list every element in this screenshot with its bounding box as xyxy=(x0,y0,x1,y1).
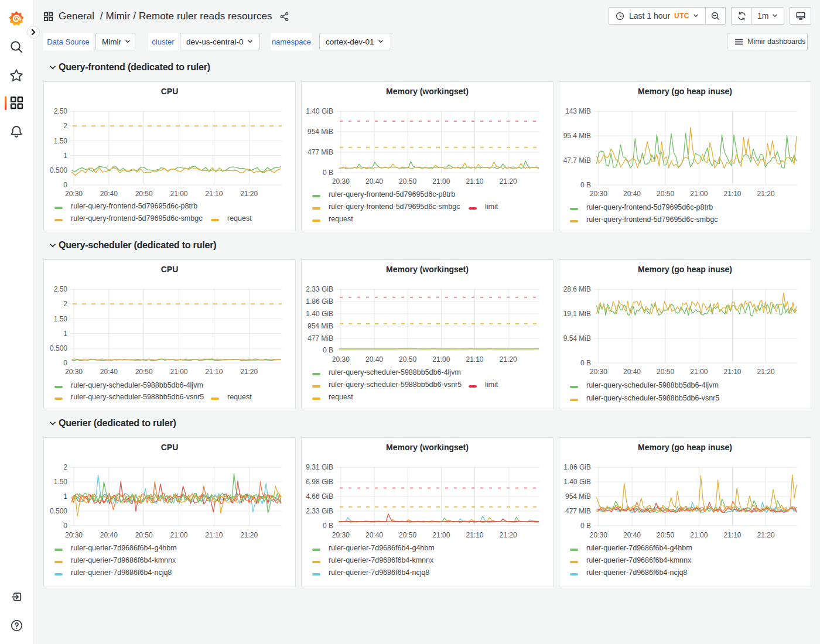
svg-text:954 MiB: 954 MiB xyxy=(308,322,333,330)
svg-text:20:30: 20:30 xyxy=(332,355,350,364)
svg-text:21:20: 21:20 xyxy=(500,355,517,364)
svg-text:21:20: 21:20 xyxy=(240,190,258,198)
svg-text:47.7 MiB: 47.7 MiB xyxy=(563,156,591,165)
svg-text:21:20: 21:20 xyxy=(240,531,258,539)
svg-text:1.50: 1.50 xyxy=(54,137,68,145)
svg-text:19.1 MiB: 19.1 MiB xyxy=(563,310,591,318)
svg-text:21:10: 21:10 xyxy=(205,531,223,539)
svg-text:20:50: 20:50 xyxy=(135,368,153,376)
svg-text:20:30: 20:30 xyxy=(332,531,350,539)
svg-text:1: 1 xyxy=(63,330,67,338)
svg-text:20:40: 20:40 xyxy=(365,177,383,186)
svg-text:1: 1 xyxy=(63,152,67,160)
svg-text:2: 2 xyxy=(63,300,67,308)
svg-text:20:40: 20:40 xyxy=(100,190,118,198)
svg-text:1.86 GiB: 1.86 GiB xyxy=(306,297,333,306)
svg-text:20:50: 20:50 xyxy=(399,531,416,539)
svg-text:6.98 GiB: 6.98 GiB xyxy=(306,478,333,486)
svg-text:0 B: 0 B xyxy=(323,346,333,354)
svg-text:477 MiB: 477 MiB xyxy=(308,148,333,156)
svg-text:20:40: 20:40 xyxy=(623,190,641,198)
svg-text:21:00: 21:00 xyxy=(432,355,450,364)
svg-text:20:40: 20:40 xyxy=(365,531,383,539)
svg-text:21:00: 21:00 xyxy=(690,368,708,376)
svg-text:21:20: 21:20 xyxy=(500,531,517,539)
svg-text:21:20: 21:20 xyxy=(757,190,775,198)
svg-text:20:40: 20:40 xyxy=(100,368,118,376)
svg-text:477 MiB: 477 MiB xyxy=(308,334,333,342)
svg-text:2.50: 2.50 xyxy=(54,107,68,115)
svg-text:21:10: 21:10 xyxy=(466,177,483,186)
svg-text:20:40: 20:40 xyxy=(365,355,383,364)
svg-text:1.50: 1.50 xyxy=(54,315,68,323)
svg-text:0: 0 xyxy=(63,359,67,367)
svg-text:0 B: 0 B xyxy=(580,522,591,530)
svg-text:20:30: 20:30 xyxy=(590,190,607,198)
svg-text:1.40 GiB: 1.40 GiB xyxy=(306,107,333,115)
svg-text:21:10: 21:10 xyxy=(205,190,223,198)
svg-text:4.66 GiB: 4.66 GiB xyxy=(306,492,333,501)
svg-text:20:50: 20:50 xyxy=(135,531,153,539)
svg-text:21:00: 21:00 xyxy=(170,190,187,198)
svg-text:0.500: 0.500 xyxy=(50,507,67,515)
svg-text:0 B: 0 B xyxy=(580,181,591,189)
svg-text:0.500: 0.500 xyxy=(50,344,67,352)
svg-text:954 MiB: 954 MiB xyxy=(565,492,591,501)
svg-text:20:30: 20:30 xyxy=(65,190,83,198)
svg-text:20:40: 20:40 xyxy=(623,531,641,539)
svg-text:21:00: 21:00 xyxy=(170,368,187,376)
svg-text:2.50: 2.50 xyxy=(54,285,68,293)
svg-text:21:00: 21:00 xyxy=(432,177,450,186)
svg-text:20:30: 20:30 xyxy=(590,531,607,539)
svg-text:0.500: 0.500 xyxy=(50,166,67,174)
svg-text:20:30: 20:30 xyxy=(65,531,83,539)
svg-text:21:20: 21:20 xyxy=(757,368,775,376)
svg-text:21:10: 21:10 xyxy=(466,355,483,364)
svg-text:21:20: 21:20 xyxy=(240,368,258,376)
svg-text:20:50: 20:50 xyxy=(657,190,674,198)
svg-text:9.54 MiB: 9.54 MiB xyxy=(563,334,591,342)
svg-text:21:00: 21:00 xyxy=(170,531,187,539)
svg-text:9.31 GiB: 9.31 GiB xyxy=(306,463,333,471)
svg-text:0 B: 0 B xyxy=(323,169,333,177)
svg-text:20:30: 20:30 xyxy=(65,368,83,376)
svg-text:954 MiB: 954 MiB xyxy=(308,128,333,136)
svg-text:2: 2 xyxy=(63,463,67,471)
svg-text:21:10: 21:10 xyxy=(723,531,741,539)
svg-text:20:50: 20:50 xyxy=(657,531,674,539)
svg-text:1.86 GiB: 1.86 GiB xyxy=(563,463,591,471)
svg-text:2: 2 xyxy=(63,122,67,130)
svg-text:0: 0 xyxy=(63,181,67,189)
svg-text:1: 1 xyxy=(63,492,67,501)
svg-text:477 MiB: 477 MiB xyxy=(565,507,591,515)
svg-text:1.40 GiB: 1.40 GiB xyxy=(306,310,333,318)
svg-text:1.50: 1.50 xyxy=(54,478,68,486)
svg-text:2.33 GiB: 2.33 GiB xyxy=(306,507,333,515)
svg-text:0: 0 xyxy=(63,522,67,530)
svg-text:20:50: 20:50 xyxy=(399,355,416,364)
svg-text:20:30: 20:30 xyxy=(590,368,607,376)
svg-text:21:10: 21:10 xyxy=(723,368,741,376)
svg-text:20:40: 20:40 xyxy=(100,531,118,539)
svg-text:21:00: 21:00 xyxy=(690,531,708,539)
svg-text:21:20: 21:20 xyxy=(500,177,517,186)
svg-text:0 B: 0 B xyxy=(323,522,333,530)
svg-text:0 B: 0 B xyxy=(580,359,591,367)
svg-text:21:20: 21:20 xyxy=(757,531,775,539)
svg-text:21:00: 21:00 xyxy=(690,190,708,198)
svg-text:20:30: 20:30 xyxy=(332,177,350,186)
svg-text:21:00: 21:00 xyxy=(432,531,450,539)
svg-text:21:10: 21:10 xyxy=(205,368,223,376)
svg-text:1.40 GiB: 1.40 GiB xyxy=(563,478,591,486)
svg-text:20:50: 20:50 xyxy=(657,368,674,376)
svg-text:20:50: 20:50 xyxy=(135,190,153,198)
svg-text:21:10: 21:10 xyxy=(723,190,741,198)
svg-text:28.6 MiB: 28.6 MiB xyxy=(563,285,591,293)
svg-text:95.4 MiB: 95.4 MiB xyxy=(563,132,591,140)
svg-text:21:10: 21:10 xyxy=(466,531,483,539)
svg-text:20:50: 20:50 xyxy=(399,177,416,186)
svg-text:2.33 GiB: 2.33 GiB xyxy=(306,285,333,293)
svg-text:143 MiB: 143 MiB xyxy=(565,107,591,115)
svg-text:20:40: 20:40 xyxy=(623,368,641,376)
